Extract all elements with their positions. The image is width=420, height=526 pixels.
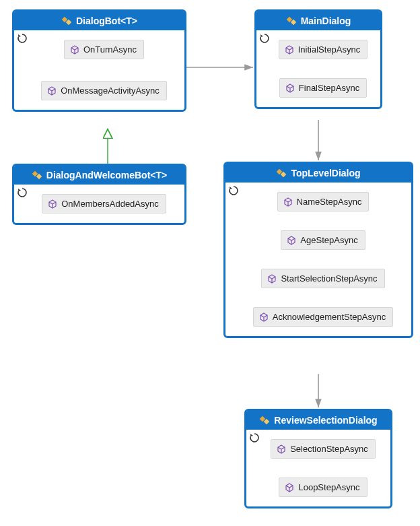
class-dialogandwelcomebot: DialogAndWelcomeBot<T> OnMembersAddedAsy… [12,164,186,225]
class-body: NameStepAsync AgeStepAsync StartSelectio… [225,183,411,336]
cycle-icon [259,33,270,44]
class-icon [276,168,287,178]
method-label: AcknowledgementStepAsync [273,312,386,322]
method-label: LoopStepAsync [298,482,359,492]
method-label: StartSelectionStepAsync [281,273,377,284]
cube-icon [285,84,295,93]
cycle-icon [17,33,28,44]
method-label: OnMessageActivityAsync [61,86,160,96]
class-icon [61,15,72,26]
class-icon [259,415,270,426]
method-label: InitialStepAsync [298,44,361,55]
class-header: DialogBot<T> [14,11,184,30]
cycle-icon [228,185,239,196]
method-item: NameStepAsync [277,192,370,211]
method-item: AcknowledgementStepAsync [253,307,393,327]
class-body: OnTurnAsync OnMessageActivityAsync [14,30,184,110]
method-item: StartSelectionStepAsync [261,269,384,288]
cube-icon [277,445,286,454]
class-title: DialogBot<T> [76,15,137,26]
method-item: InitialStepAsync [279,40,368,59]
class-header: ReviewSelectionDialog [246,411,390,430]
cube-icon [285,483,294,492]
method-item: OnMembersAddedAsync [42,194,166,213]
method-label: AgeStepAsync [300,235,357,245]
method-label: NameStepAsync [297,197,362,207]
class-body: SelectionStepAsync LoopStepAsync [246,430,390,506]
cube-icon [70,45,79,55]
cube-icon [267,274,277,284]
method-item: FinalStepAsync [279,78,367,98]
method-label: OnTurnAsync [83,44,137,55]
class-dialogbot: DialogBot<T> OnTurnAsync OnMessage [12,9,186,112]
method-item: AgeStepAsync [281,230,365,250]
method-label: SelectionStepAsync [290,444,368,454]
class-title: TopLevelDialog [291,168,360,178]
class-header: MainDialog [256,11,380,30]
diagram-canvas: DialogBot<T> OnTurnAsync OnMessage [0,0,420,526]
class-icon [32,170,42,180]
class-topleveldialog: TopLevelDialog NameStepAsync AgeSt [223,162,413,338]
method-item: OnTurnAsync [64,40,144,59]
method-item: OnMessageActivityAsync [41,81,167,100]
cube-icon [259,313,269,322]
method-label: OnMembersAddedAsync [61,199,159,209]
class-icon [286,15,297,26]
class-header: DialogAndWelcomeBot<T> [14,166,184,185]
class-reviewselectiondialog: ReviewSelectionDialog SelectionStepAsync [244,409,392,508]
method-label: FinalStepAsync [299,83,359,93]
class-title: ReviewSelectionDialog [274,415,377,426]
cube-icon [47,86,57,96]
method-item: LoopStepAsync [279,478,367,497]
class-header: TopLevelDialog [225,164,411,183]
class-body: OnMembersAddedAsync [14,185,184,223]
cycle-icon [17,187,28,198]
class-title: DialogAndWelcomeBot<T> [46,170,167,180]
cube-icon [285,45,294,55]
class-maindialog: MainDialog InitialStepAsync FinalS [254,9,382,109]
cube-icon [283,197,293,207]
class-title: MainDialog [301,15,351,26]
class-body: InitialStepAsync FinalStepAsync [256,30,380,107]
method-item: SelectionStepAsync [271,439,376,459]
cube-icon [287,236,296,245]
cycle-icon [249,432,260,443]
cube-icon [48,199,57,209]
